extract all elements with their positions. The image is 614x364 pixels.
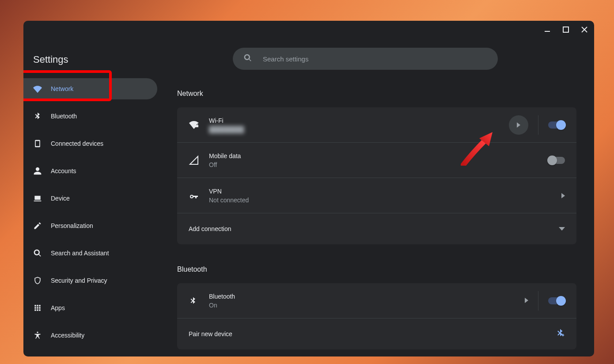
phone-icon (33, 139, 42, 148)
wifi-icon (33, 84, 42, 93)
search-input[interactable] (263, 55, 498, 63)
bluetooth-status: On (209, 302, 525, 309)
vpn-status: Not connected (209, 197, 561, 204)
bluetooth-icon (33, 112, 42, 121)
row-mobile-data[interactable]: Mobile data Off (177, 143, 576, 178)
sidebar-item-label: Accounts (51, 167, 76, 174)
vpn-label: VPN (209, 188, 561, 195)
settings-window: Settings Network Bluetooth (23, 21, 594, 356)
pair-label: Pair new device (189, 330, 555, 337)
row-pair-device[interactable]: Pair new device (177, 318, 576, 349)
signal-icon (189, 155, 209, 166)
sidebar-item-bluetooth[interactable]: Bluetooth (23, 106, 157, 127)
sidebar-item-label: Security and Privacy (51, 277, 107, 284)
person-icon (33, 167, 42, 175)
sidebar-item-accounts[interactable]: Accounts (23, 160, 157, 182)
row-bluetooth[interactable]: Bluetooth On (177, 283, 576, 318)
sidebar-item-network[interactable]: Network (23, 78, 157, 99)
bluetooth-add-icon (555, 328, 565, 340)
row-vpn[interactable]: VPN Not connected (177, 178, 576, 213)
section-title-network: Network (177, 90, 576, 98)
sidebar-item-label: Personalization (51, 222, 93, 229)
minimize-button[interactable] (542, 24, 553, 35)
sidebar-item-label: Apps (51, 304, 65, 311)
bluetooth-label: Bluetooth (209, 293, 525, 300)
sidebar-item-label: Network (51, 85, 73, 92)
key-icon (189, 190, 209, 201)
sidebar-item-label: Accessibility (51, 332, 84, 339)
search-icon (33, 249, 42, 258)
wifi-expand-button[interactable] (509, 115, 528, 135)
divider (538, 291, 538, 311)
row-add-connection[interactable]: Add connection (177, 213, 576, 244)
laptop-icon (33, 194, 42, 203)
wifi-lock-icon (189, 120, 209, 130)
sidebar-item-label: Bluetooth (51, 113, 77, 120)
sidebar-item-label: Search and Assistant (51, 250, 109, 257)
sidebar-item-label: Device (51, 195, 70, 202)
apps-icon (33, 303, 42, 312)
wifi-label: Wi-Fi (209, 117, 509, 124)
shield-icon (33, 276, 42, 285)
mobile-toggle[interactable] (548, 157, 565, 164)
maximize-button[interactable] (561, 24, 571, 35)
section-title-bluetooth: Bluetooth (177, 265, 576, 273)
sidebar-item-personalization[interactable]: Personalization (23, 215, 157, 236)
accessibility-icon (33, 331, 42, 340)
sidebar-item-search-assistant[interactable]: Search and Assistant (23, 243, 157, 264)
sidebar-item-device[interactable]: Device (23, 188, 157, 209)
window-controls (542, 21, 594, 38)
mobile-status: Off (209, 161, 548, 168)
close-button[interactable] (579, 24, 590, 35)
bluetooth-card: Bluetooth On Pair new device (177, 283, 576, 349)
divider (538, 115, 538, 135)
pencil-icon (33, 221, 42, 230)
bluetooth-icon (189, 296, 209, 305)
svg-rect-1 (563, 27, 569, 32)
wifi-toggle[interactable] (548, 121, 565, 129)
sidebar-item-connected-devices[interactable]: Connected devices (23, 133, 157, 154)
bluetooth-expand[interactable] (525, 297, 528, 305)
sidebar-item-accessibility[interactable]: Accessibility (23, 325, 157, 346)
row-wifi[interactable]: Wi-Fi ████████ (177, 107, 576, 143)
sidebar: Network Bluetooth Connected devices (23, 21, 165, 356)
search-icon (243, 53, 252, 64)
bluetooth-toggle[interactable] (548, 297, 565, 304)
mobile-label: Mobile data (209, 152, 548, 159)
chevron-down-icon (559, 226, 565, 232)
chevron-right-icon (561, 193, 565, 198)
sidebar-item-security-privacy[interactable]: Security and Privacy (23, 270, 157, 291)
sidebar-item-apps[interactable]: Apps (23, 297, 157, 318)
wifi-ssid: ████████ (209, 126, 509, 133)
network-card: Wi-Fi ████████ Mobile data Off (177, 107, 576, 244)
sidebar-item-label: Connected devices (51, 140, 103, 147)
search-bar[interactable] (233, 48, 498, 70)
nav: Network Bluetooth Connected devices (23, 78, 165, 346)
add-connection-label: Add connection (189, 225, 559, 232)
